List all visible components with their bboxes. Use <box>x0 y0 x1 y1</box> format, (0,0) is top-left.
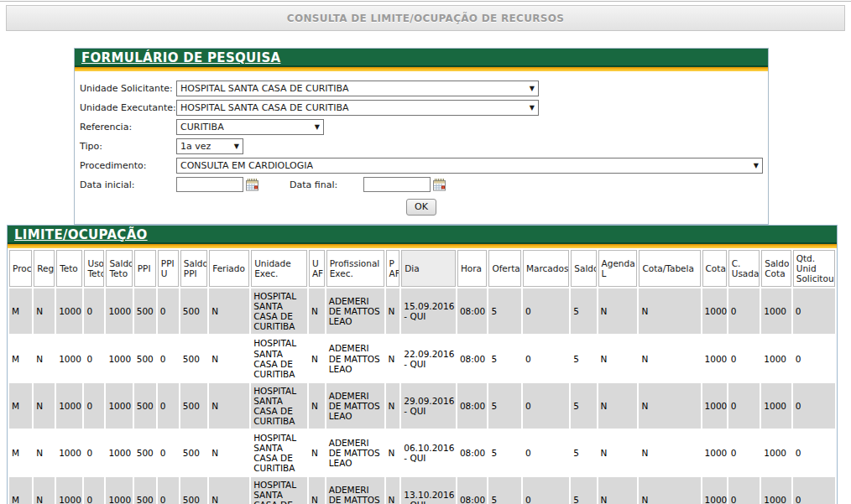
table-cell: N <box>598 383 638 429</box>
form-row-unidade-executante: Unidade Executante: HOSPITAL SANTA CASA … <box>80 100 763 116</box>
form-row-tipo: Tipo: 1a vez ▼ <box>80 138 763 154</box>
table-cell: 1000 <box>761 335 791 381</box>
table-cell: 5 <box>488 288 521 334</box>
table-cell: 08:00 <box>457 430 487 475</box>
dropdown-arrow-icon: ▼ <box>525 104 535 112</box>
table-cell: 1000 <box>106 430 132 475</box>
table-row: MN1000010005000500NHOSPITAL SANTA CASA D… <box>9 288 835 334</box>
procedimento-label: Procedimento: <box>80 160 176 171</box>
table-cell: 500 <box>180 477 207 504</box>
table-cell: 1000 <box>56 430 82 475</box>
column-header: U AF <box>309 250 325 287</box>
tipo-select[interactable]: 1a vez ▼ <box>176 138 243 154</box>
table-cell: 1000 <box>106 288 132 334</box>
table-header-row: ProcRegTetoUso TetoSaldo TetoPPIPPI USal… <box>9 250 835 287</box>
column-header: Saldo PPI <box>180 250 207 287</box>
table-cell: 06.10.2016 - QUI <box>401 430 456 475</box>
table-row: MN1000010005000500NHOSPITAL SANTA CASA D… <box>9 477 835 504</box>
table-cell: N <box>309 383 325 429</box>
ok-button[interactable]: OK <box>406 199 436 216</box>
unidade-executante-value: HOSPITAL SANTA CASA DE CURITIBA <box>180 102 349 113</box>
table-cell: N <box>34 477 55 504</box>
table-cell: 0 <box>793 477 835 504</box>
table-cell: 500 <box>134 383 156 429</box>
limite-table: ProcRegTetoUso TetoSaldo TetoPPIPPI USal… <box>8 248 837 504</box>
dropdown-arrow-icon: ▼ <box>749 162 759 169</box>
column-header: P AF <box>386 250 400 287</box>
table-cell: 500 <box>180 288 207 334</box>
table-cell: N <box>309 477 325 504</box>
table-cell: ADEMERI DE MATTOS LEAO <box>326 430 384 475</box>
form-title: FORMULÁRIO DE PESQUISA <box>81 50 280 65</box>
table-cell: 1000 <box>702 477 727 504</box>
table-cell: N <box>209 335 249 381</box>
table-cell: 0 <box>793 335 835 381</box>
form-row-referencia: Referencia: CURITIBA ▼ <box>80 119 763 135</box>
table-cell: 0 <box>84 430 104 475</box>
procedimento-select[interactable]: CONSULTA EM CARDIOLOGIA ▼ <box>176 158 763 174</box>
table-cell: 1000 <box>761 288 791 334</box>
unidade-solicitante-select[interactable]: HOSPITAL SANTA CASA DE CURITIBA ▼ <box>176 81 539 96</box>
table-cell: 1000 <box>106 383 132 429</box>
table-cell: 22.09.2016 - QUI <box>401 335 456 381</box>
table-cell: 0 <box>523 383 569 429</box>
page-title: CONSULTA DE LIMITE/OCUPAÇÃO DE RECURSOS <box>287 13 564 24</box>
unidade-executante-select[interactable]: HOSPITAL SANTA CASA DE CURITIBA ▼ <box>176 100 539 116</box>
table-cell: N <box>386 430 400 475</box>
table-cell: HOSPITAL SANTA CASA DE CURITIBA <box>251 477 307 504</box>
table-cell: N <box>34 430 55 475</box>
referencia-label: Referencia: <box>80 122 176 132</box>
page-title-bar: CONSULTA DE LIMITE/OCUPAÇÃO DE RECURSOS <box>6 5 845 31</box>
table-cell: 5 <box>571 477 596 504</box>
table-cell: N <box>639 430 700 475</box>
dropdown-arrow-icon: ▼ <box>525 85 535 92</box>
table-cell: M <box>9 430 32 475</box>
table-cell: 500 <box>134 335 156 381</box>
table-cell: ADEMERI DE MATTOS LEAO <box>326 477 384 504</box>
column-header: Marcados <box>523 250 569 287</box>
table-cell: 5 <box>571 288 596 334</box>
table-cell: N <box>309 335 325 381</box>
table-cell: 1000 <box>702 383 727 429</box>
table-cell: 5 <box>488 477 521 504</box>
table-cell: 5 <box>571 383 596 429</box>
data-inicial-input[interactable] <box>176 177 243 192</box>
table-cell: 0 <box>728 335 760 381</box>
calendar-icon[interactable] <box>245 178 259 191</box>
column-header: Hora <box>457 250 487 287</box>
table-cell: 0 <box>158 383 179 429</box>
table-cell: 1000 <box>761 477 791 504</box>
table-cell: 500 <box>134 288 156 334</box>
table-cell: 08:00 <box>457 288 487 334</box>
table-row: MN1000010005000500NHOSPITAL SANTA CASA D… <box>9 430 835 475</box>
column-header: Saldo <box>571 250 596 287</box>
form-row-ok: OK <box>80 199 763 216</box>
table-cell: N <box>209 288 249 334</box>
table-cell: 1000 <box>702 288 727 334</box>
table-cell: N <box>639 335 700 381</box>
table-cell: N <box>639 477 700 504</box>
referencia-select[interactable]: CURITIBA ▼ <box>176 119 324 135</box>
form-row-datas: Data inicial: Data final: <box>80 177 763 192</box>
table-cell: N <box>639 383 700 429</box>
calendar-icon[interactable] <box>432 178 446 191</box>
table-cell: N <box>386 477 400 504</box>
table-cell: 0 <box>84 477 104 504</box>
table-cell: M <box>9 288 32 334</box>
table-cell: 08:00 <box>457 383 487 429</box>
table-cell: N <box>386 335 400 381</box>
table-cell: N <box>309 430 325 475</box>
table-title: LIMITE/OCUPAÇÃO <box>14 227 148 242</box>
table-cell: 500 <box>180 383 207 429</box>
table-cell: 1000 <box>56 477 82 504</box>
column-header: Dia <box>401 250 456 287</box>
table-cell: 0 <box>728 383 760 429</box>
data-final-label: Data final: <box>290 179 363 190</box>
data-final-input[interactable] <box>363 177 431 192</box>
table-cell: 0 <box>793 288 835 334</box>
form-header-bar: FORMULÁRIO DE PESQUISA <box>75 49 768 67</box>
dropdown-arrow-icon: ▼ <box>229 143 239 150</box>
table-cell: 08:00 <box>457 335 487 381</box>
table-cell: N <box>209 430 249 475</box>
table-cell: 0 <box>728 477 760 504</box>
